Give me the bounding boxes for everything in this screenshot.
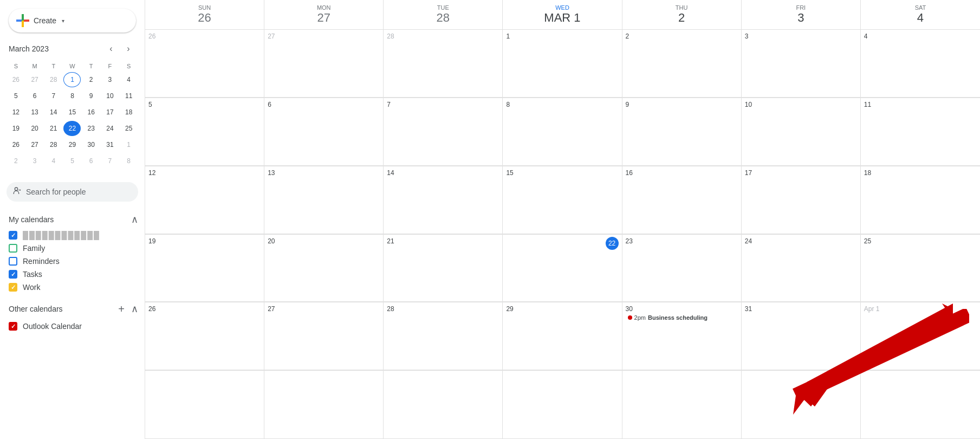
mini-day-26[interactable]: 26 (7, 72, 24, 87)
mini-day-1[interactable]: 1 (63, 72, 81, 87)
mini-day-1[interactable]: 1 (120, 137, 138, 152)
mini-day-19[interactable]: 19 (7, 121, 24, 136)
mini-day-5[interactable]: 5 (63, 153, 81, 169)
cell-5[interactable]: 5 (145, 98, 264, 166)
cell-23[interactable]: 23 (622, 235, 742, 302)
cell-7[interactable]: 7 (384, 98, 503, 166)
add-other-calendar-button[interactable]: + (114, 301, 129, 317)
cell-30[interactable]: 30 2pm Business scheduling (622, 302, 742, 370)
calendar-checkbox-personal[interactable]: ✓ (9, 231, 17, 240)
cell-9[interactable]: 9 (622, 98, 742, 166)
cell-17[interactable]: 17 (742, 166, 861, 234)
my-calendars-collapse-icon[interactable]: ∧ (131, 214, 138, 225)
mini-day-8[interactable]: 8 (120, 153, 138, 169)
mini-day-2[interactable]: 2 (82, 72, 100, 87)
cell-31[interactable]: 31 (742, 302, 861, 370)
mini-day-28[interactable]: 28 (45, 137, 62, 152)
mini-day-17[interactable]: 17 (101, 105, 119, 120)
calendar-item-family[interactable]: Family (0, 242, 145, 255)
cell-27b[interactable]: 27 (264, 302, 384, 370)
cell-25[interactable]: 25 (861, 235, 980, 302)
cell-mar1[interactable]: 1 (503, 30, 622, 98)
other-calendars-collapse-icon[interactable]: ∧ (131, 303, 138, 315)
cell-mar4[interactable]: 4 (861, 30, 980, 98)
calendar-checkbox-family[interactable] (9, 244, 17, 253)
cell-15[interactable]: 15 (503, 166, 622, 234)
mini-day-5[interactable]: 5 (7, 88, 24, 104)
mini-day-13[interactable]: 13 (26, 105, 43, 120)
cell-14[interactable]: 14 (384, 166, 503, 234)
create-button[interactable]: Create ▾ (9, 9, 136, 33)
calendar-checkbox-reminders[interactable] (9, 257, 17, 266)
week-row-3[interactable]: 12 13 14 15 16 17 18 (145, 166, 980, 235)
mini-day-3[interactable]: 3 (101, 72, 119, 87)
mini-day-29[interactable]: 29 (63, 137, 81, 152)
mini-day-10[interactable]: 10 (101, 88, 119, 104)
mini-day-2[interactable]: 2 (7, 153, 24, 169)
mini-day-25[interactable]: 25 (120, 121, 138, 136)
mini-day-12[interactable]: 12 (7, 105, 24, 120)
cell-21[interactable]: 21 (384, 235, 503, 302)
mini-day-6[interactable]: 6 (82, 153, 100, 169)
cell-13[interactable]: 13 (264, 166, 384, 234)
mini-day-14[interactable]: 14 (45, 105, 62, 120)
cell-26[interactable]: 26 (145, 302, 264, 370)
cell-apr1[interactable]: Apr 1 (861, 302, 980, 370)
calendar-item-personal[interactable]: ✓ ████████████ (0, 229, 145, 242)
event-business-scheduling[interactable]: 2pm Business scheduling (626, 314, 738, 321)
calendar-checkbox-tasks[interactable]: ✓ (9, 270, 17, 279)
search-people[interactable]: Search for people (7, 182, 138, 202)
prev-month-button[interactable]: ‹ (103, 41, 119, 56)
cell-20[interactable]: 20 (264, 235, 384, 302)
cell-11[interactable]: 11 (861, 98, 980, 166)
mini-day-22[interactable]: 22 (63, 121, 81, 136)
mini-day-4[interactable]: 4 (120, 72, 138, 87)
calendar-checkbox-work[interactable]: ✓ (9, 283, 17, 292)
week-row-1[interactable]: 26 27 28 1 2 3 4 (145, 30, 980, 98)
cell-mar2[interactable]: 2 (622, 30, 742, 98)
cell-28b[interactable]: 28 (384, 302, 503, 370)
mini-day-27[interactable]: 27 (26, 72, 43, 87)
cell-feb28[interactable]: 28 (384, 30, 503, 98)
mini-day-18[interactable]: 18 (120, 105, 138, 120)
cell-18[interactable]: 18 (861, 166, 980, 234)
mini-day-9[interactable]: 9 (82, 88, 100, 104)
cell-24[interactable]: 24 (742, 235, 861, 302)
mini-day-26[interactable]: 26 (7, 137, 24, 152)
week-row-4[interactable]: 19 20 21 22 23 24 25 (145, 235, 980, 303)
mini-day-31[interactable]: 31 (101, 137, 119, 152)
week-row-2[interactable]: 5 6 7 8 9 10 11 (145, 98, 980, 166)
next-month-button[interactable]: › (121, 41, 136, 56)
week-row-5[interactable]: 26 27 28 29 30 2pm Business scheduling 3… (145, 302, 980, 371)
cell-mar3[interactable]: 3 (742, 30, 861, 98)
mini-day-16[interactable]: 16 (82, 105, 100, 120)
cell-29[interactable]: 29 (503, 302, 622, 370)
mini-day-21[interactable]: 21 (45, 121, 62, 136)
mini-day-24[interactable]: 24 (101, 121, 119, 136)
calendar-item-outlook[interactable]: ✓ Outlook Calendar (0, 320, 145, 333)
cell-feb27[interactable]: 27 (264, 30, 384, 98)
cell-16[interactable]: 16 (622, 166, 742, 234)
mini-day-4[interactable]: 4 (45, 153, 62, 169)
mini-day-30[interactable]: 30 (82, 137, 100, 152)
cell-feb26[interactable]: 26 (145, 30, 264, 98)
cell-19[interactable]: 19 (145, 235, 264, 302)
mini-day-7[interactable]: 7 (45, 88, 62, 104)
mini-day-11[interactable]: 11 (120, 88, 138, 104)
cell-22-today[interactable]: 22 (503, 235, 622, 302)
mini-day-6[interactable]: 6 (26, 88, 43, 104)
mini-day-7[interactable]: 7 (101, 153, 119, 169)
calendar-item-reminders[interactable]: Reminders (0, 255, 145, 268)
calendar-item-tasks[interactable]: ✓ Tasks (0, 268, 145, 281)
cell-10[interactable]: 10 (742, 98, 861, 166)
mini-day-28[interactable]: 28 (45, 72, 62, 87)
mini-day-3[interactable]: 3 (26, 153, 43, 169)
mini-day-23[interactable]: 23 (82, 121, 100, 136)
cell-8[interactable]: 8 (503, 98, 622, 166)
calendar-checkbox-outlook[interactable]: ✓ (9, 322, 17, 331)
cell-6[interactable]: 6 (264, 98, 384, 166)
calendar-item-work[interactable]: ✓ Work (0, 281, 145, 294)
mini-day-20[interactable]: 20 (26, 121, 43, 136)
mini-day-15[interactable]: 15 (63, 105, 81, 120)
cell-12[interactable]: 12 (145, 166, 264, 234)
